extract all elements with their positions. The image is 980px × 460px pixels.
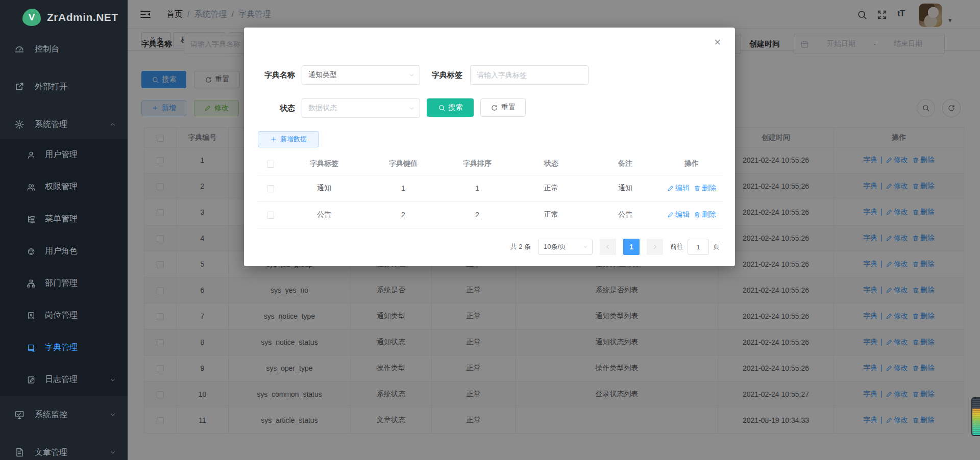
table-row: 通知 1 1 正常 通知 编辑 删除 [258,175,722,201]
row-delete-link[interactable]: 删除 [694,184,716,192]
plus-icon [270,136,277,143]
sidebar-item-menu-management[interactable]: 菜单管理 [0,203,128,235]
page-size-value: 10条/页 [544,242,566,251]
cell-dict-label: 通知 [283,175,365,201]
add-data-label: 新增数据 [280,135,307,144]
row-delete-link[interactable]: 删除 [694,210,716,218]
robot-icon [27,247,36,256]
chevron-down-icon [408,105,415,112]
prev-page-button[interactable] [600,239,616,255]
chevron-right-icon [651,243,658,250]
cell-status: 正常 [513,175,590,201]
page-size-select[interactable]: 10条/页 [538,239,593,255]
modal-dict-name-label: 字典名称 [244,65,295,85]
cell-remark: 公告 [590,201,661,228]
sidebar-item-label: 部门管理 [45,278,78,289]
app-title: ZrAdmin.NET [47,11,118,23]
modal-dict-label-wrap [470,65,589,85]
modal-dict-label-label: 字典标签 [411,65,462,85]
table-row: 公告 2 2 正常 公告 编辑 删除 [258,201,722,228]
modal-status-select[interactable]: 数据状态 [302,98,420,118]
chevron-down-icon [582,244,589,250]
add-data-button[interactable]: 新增数据 [258,131,319,147]
sidebar-item-label: 系统管理 [35,119,67,130]
chevron-down-icon [109,411,116,418]
table-header-row: 字典标签 字典键值 字典排序 状态 备注 操作 [258,153,722,175]
pagination-total: 共 2 条 [510,242,531,251]
header-status: 状态 [513,153,590,175]
sidebar-item-department-management[interactable]: 部门管理 [0,267,128,299]
sidebar-item-label: 岗位管理 [45,310,78,321]
cell-dict-sort: 1 [442,175,513,201]
cell-dict-sort: 2 [442,201,513,228]
modal-dict-name-select[interactable]: 通知类型 [302,65,420,85]
sidebar-item-label: 文章管理 [35,447,67,458]
goto-label: 前往 [670,242,683,251]
badge-icon [27,311,36,320]
modal-dict-label-input[interactable] [470,65,589,85]
sidebar-item-label: 外部打开 [35,82,67,92]
next-page-button[interactable] [647,239,663,255]
sidebar-item-label: 权限管理 [45,182,78,192]
modal-reset-button[interactable]: 重置 [480,98,526,117]
sidebar-item-external-open[interactable]: 外部打开 [0,68,128,106]
modal-status-label: 状态 [244,98,295,118]
header-actions: 操作 [661,153,722,175]
chevron-down-icon [109,376,116,384]
modal-search-button[interactable]: 搜索 [427,98,474,117]
modal-search-label: 搜索 [449,103,463,112]
selected-value: 通知类型 [308,70,337,80]
goto-page-input[interactable] [688,239,709,255]
sidebar-item-log-management[interactable]: 日志管理 [0,364,128,396]
select-placeholder: 数据状态 [308,104,337,113]
gear-icon [14,119,24,130]
app-logo[interactable]: V ZrAdmin.NET [0,0,128,35]
sidebar-item-user-management[interactable]: 用户管理 [0,139,128,171]
goto-unit-label: 页 [713,242,720,251]
sidebar-item-label: 用户角色 [45,246,78,257]
sidebar-item-label: 用户管理 [45,149,78,160]
browser-extension-widget[interactable] [971,397,980,436]
cell-actions: 编辑 删除 [661,175,722,201]
sidebar-item-user-role[interactable]: 用户角色 [0,235,128,267]
sidebar-item-label: 控制台 [35,44,59,55]
modal-reset-label: 重置 [501,103,516,112]
pagination: 共 2 条 10条/页 1 前往 页 [258,239,720,255]
logo-badge-icon: V [22,9,41,26]
close-icon[interactable]: × [714,36,721,49]
sidebar-item-permission-management[interactable]: 权限管理 [0,171,128,203]
cell-dict-label: 公告 [283,201,365,228]
log-icon [27,375,36,385]
row-checkbox[interactable] [267,212,274,219]
dictionary-icon [27,343,36,352]
search-icon [438,104,446,112]
header-dict-sort: 字典排序 [442,153,513,175]
sidebar-item-system-monitor[interactable]: 系统监控 [0,396,128,433]
sidebar-item-dashboard[interactable]: 控制台 [0,30,128,68]
chevron-down-icon [109,449,116,456]
sidebar-item-dictionary-management[interactable]: 字典管理 [0,331,128,364]
pencil-icon [667,185,674,192]
refresh-icon [491,104,498,112]
select-all-checkbox[interactable] [267,161,274,168]
sidebar-item-label: 菜单管理 [45,214,78,224]
external-link-icon [14,82,24,92]
row-checkbox[interactable] [267,185,274,192]
current-page-button[interactable]: 1 [623,239,640,255]
row-edit-link[interactable]: 编辑 [667,184,690,192]
header-dict-value: 字典键值 [365,153,442,175]
sidebar: V ZrAdmin.NET 控制台 外部打开 系统管理 用户管理 权限管理 菜单… [0,0,128,460]
row-edit-link[interactable]: 编辑 [667,210,690,218]
chevron-left-icon [604,243,611,250]
users-icon [27,183,36,192]
sidebar-item-post-management[interactable]: 岗位管理 [0,299,128,331]
cell-actions: 编辑 删除 [661,201,722,228]
header-dict-label: 字典标签 [283,153,365,175]
article-icon [14,447,24,457]
user-icon [27,150,36,160]
sidebar-item-label: 日志管理 [45,374,78,385]
header-remark: 备注 [590,153,661,175]
cell-remark: 通知 [590,175,661,201]
sidebar-item-article-management[interactable]: 文章管理 [0,433,128,460]
sidebar-item-system-management[interactable]: 系统管理 [0,106,128,143]
